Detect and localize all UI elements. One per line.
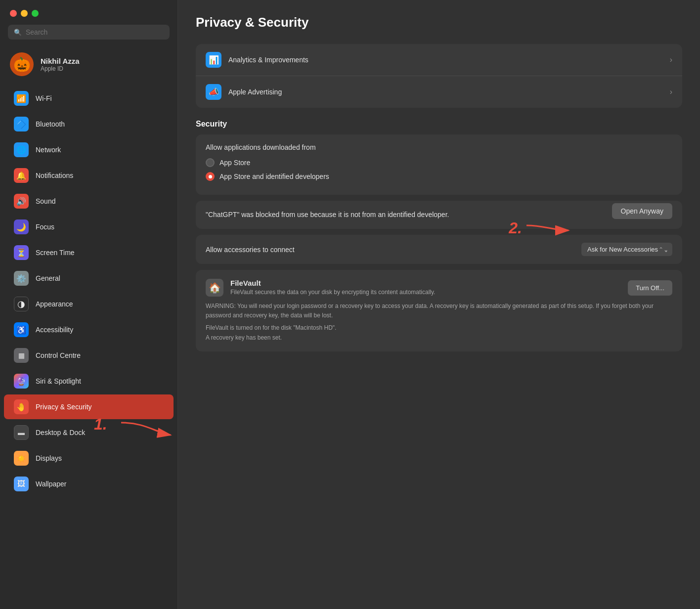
- search-input[interactable]: [26, 28, 164, 36]
- sidebar-item-siri[interactable]: 🔮 Siri & Spotlight: [4, 369, 174, 393]
- privacy-icon: 🤚: [14, 399, 29, 414]
- close-button[interactable]: [10, 10, 17, 17]
- sidebar-label-wifi: Wi-Fi: [36, 94, 52, 102]
- user-sub: Apple ID: [41, 65, 80, 72]
- sidebar-label-sound: Sound: [36, 197, 55, 205]
- radio-appstore-label: App Store: [219, 159, 250, 167]
- accessories-label: Allow accessories to connect: [206, 246, 581, 254]
- sidebar-items: 📶 Wi-Fi 🔷 Bluetooth 🌐 Network 🔔 Notifica…: [0, 86, 177, 497]
- advertising-row[interactable]: 📣 Apple Advertising ›: [196, 76, 682, 108]
- sidebar-item-screentime[interactable]: ⏳ Screen Time: [4, 240, 174, 265]
- accessories-select-wrapper[interactable]: Ask for New Accessories ⌃⌄: [581, 243, 672, 256]
- general-icon: ⚙️: [14, 271, 29, 286]
- sidebar-label-controlcentre: Control Centre: [36, 351, 81, 359]
- sidebar-label-appearance: Appearance: [36, 300, 73, 308]
- sidebar-label-privacy: Privacy & Security: [36, 403, 92, 411]
- sidebar-item-privacy[interactable]: 🤚 Privacy & Security: [4, 394, 174, 419]
- radio-appstore-devs-label: App Store and identified developers: [219, 173, 329, 180]
- annotation-2-number: 2.: [509, 219, 522, 237]
- maximize-button[interactable]: [32, 10, 39, 17]
- filevault-title-area: FileVault FileVault secures the data on …: [230, 279, 621, 297]
- sound-icon: 🔊: [14, 194, 29, 209]
- sidebar-label-wallpaper: Wallpaper: [36, 480, 67, 488]
- accessibility-icon: ♿: [14, 322, 29, 337]
- wallpaper-icon: 🖼: [14, 477, 29, 491]
- accessories-dropdown[interactable]: Ask for New Accessories: [581, 243, 672, 256]
- sidebar-item-wifi[interactable]: 📶 Wi-Fi: [4, 86, 174, 111]
- focus-icon: 🌙: [14, 219, 29, 234]
- wifi-icon: 📶: [14, 91, 29, 106]
- sidebar-item-general[interactable]: ⚙️ General: [4, 266, 174, 291]
- radio-appstore-circle[interactable]: [206, 158, 215, 167]
- sidebar-label-general: General: [36, 274, 60, 282]
- allow-downloads-label: Allow applications downloaded from: [206, 143, 672, 151]
- radio-appstore-option[interactable]: App Store: [206, 158, 672, 167]
- sidebar-item-displays[interactable]: ☀️ Displays: [4, 446, 174, 471]
- advertising-label: Apple Advertising: [228, 88, 663, 96]
- blocked-message: "ChatGPT" was blocked from use because i…: [206, 210, 532, 220]
- security-title: Security: [196, 120, 682, 129]
- analytics-icon: 📊: [206, 52, 221, 68]
- sidebar-label-notifications: Notifications: [36, 172, 73, 179]
- sidebar-item-appearance[interactable]: ◑ Appearance: [4, 292, 174, 316]
- radio-appstore-devs-option[interactable]: App Store and identified developers: [206, 172, 672, 181]
- controlcentre-icon: ▦: [14, 348, 29, 363]
- minimize-button[interactable]: [21, 10, 28, 17]
- sidebar-label-displays: Displays: [36, 454, 62, 462]
- advertising-icon: 📣: [206, 84, 221, 100]
- sidebar-item-wallpaper[interactable]: 🖼 Wallpaper: [4, 472, 174, 496]
- traffic-lights: [0, 0, 177, 25]
- analytics-chevron-icon: ›: [670, 55, 672, 64]
- bluetooth-icon: 🔷: [14, 117, 29, 131]
- open-anyway-button[interactable]: Open Anyway: [612, 203, 672, 219]
- filevault-card: 🏠 FileVault FileVault secures the data o…: [196, 270, 682, 351]
- accessories-row: Allow accessories to connect Ask for New…: [196, 235, 682, 264]
- search-icon: 🔍: [14, 29, 22, 36]
- desktop-icon: ▬: [14, 425, 29, 440]
- siri-icon: 🔮: [14, 374, 29, 389]
- sidebar-item-sound[interactable]: 🔊 Sound: [4, 189, 174, 214]
- analytics-label: Analytics & Improvements: [228, 56, 663, 64]
- notifications-icon: 🔔: [14, 168, 29, 183]
- sidebar: 🔍 🎃 Nikhil Azza Apple ID 📶 Wi-Fi 🔷 Bluet…: [0, 0, 178, 609]
- search-bar[interactable]: 🔍: [8, 25, 170, 40]
- user-info: Nikhil Azza Apple ID: [41, 57, 80, 72]
- page-title: Privacy & Security: [196, 15, 682, 30]
- displays-icon: ☀️: [14, 451, 29, 466]
- radio-appstore-devs-circle[interactable]: [206, 172, 215, 181]
- sidebar-label-siri: Siri & Spotlight: [36, 377, 81, 385]
- allow-downloads-card: Allow applications downloaded from App S…: [196, 134, 682, 195]
- sidebar-item-desktop[interactable]: ▬ Desktop & Dock: [4, 420, 174, 445]
- sidebar-label-desktop: Desktop & Dock: [36, 429, 85, 436]
- sidebar-item-network[interactable]: 🌐 Network: [4, 137, 174, 162]
- user-name: Nikhil Azza: [41, 57, 80, 65]
- sidebar-item-controlcentre[interactable]: ▦ Control Centre: [4, 343, 174, 368]
- sidebar-label-accessibility: Accessibility: [36, 326, 73, 334]
- accessories-card: Allow accessories to connect Ask for New…: [196, 235, 682, 264]
- privacy-section-card: 📊 Analytics & Improvements › 📣 Apple Adv…: [196, 44, 682, 108]
- filevault-header: 🏠 FileVault FileVault secures the data o…: [206, 279, 672, 297]
- sidebar-item-notifications[interactable]: 🔔 Notifications: [4, 163, 174, 188]
- sidebar-label-network: Network: [36, 146, 61, 154]
- filevault-icon: 🏠: [206, 279, 223, 297]
- main-content: Privacy & Security 📊 Analytics & Improve…: [178, 0, 700, 609]
- sidebar-label-screentime: Screen Time: [36, 249, 75, 257]
- avatar: 🎃: [10, 52, 34, 76]
- filevault-subtitle: FileVault secures the data on your disk …: [230, 288, 621, 297]
- filevault-warning: WARNING: You will need your login passwo…: [206, 302, 672, 320]
- blocked-card: "ChatGPT" was blocked from use because i…: [196, 201, 682, 229]
- sidebar-label-focus: Focus: [36, 223, 54, 231]
- appearance-icon: ◑: [14, 297, 29, 311]
- analytics-row[interactable]: 📊 Analytics & Improvements ›: [196, 44, 682, 76]
- filevault-title: FileVault: [230, 279, 621, 287]
- screentime-icon: ⏳: [14, 245, 29, 260]
- network-icon: 🌐: [14, 142, 29, 157]
- advertising-chevron-icon: ›: [670, 87, 672, 96]
- user-profile[interactable]: 🎃 Nikhil Azza Apple ID: [0, 47, 177, 86]
- sidebar-item-focus[interactable]: 🌙 Focus: [4, 215, 174, 239]
- sidebar-item-bluetooth[interactable]: 🔷 Bluetooth: [4, 112, 174, 136]
- filevault-status1: FileVault is turned on for the disk "Mac…: [206, 323, 672, 342]
- turn-off-button[interactable]: Turn Off...: [628, 280, 672, 296]
- sidebar-label-bluetooth: Bluetooth: [36, 120, 65, 128]
- sidebar-item-accessibility[interactable]: ♿ Accessibility: [4, 317, 174, 342]
